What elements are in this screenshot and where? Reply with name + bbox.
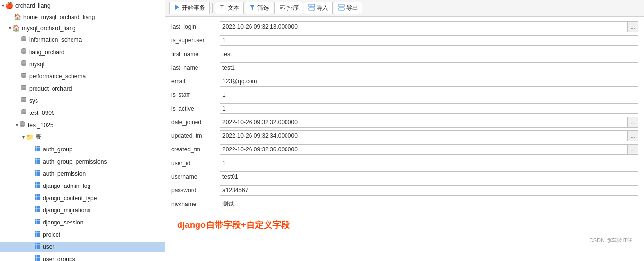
field-input-password[interactable]: [220, 185, 638, 196]
toolbar-btn-icon-filter: [249, 4, 256, 12]
svg-rect-45: [35, 231, 40, 237]
sidebar-item-test_1025[interactable]: ▾ test_1025: [0, 120, 165, 130]
field-input-is_superuser[interactable]: [220, 35, 638, 46]
field-input-first_name[interactable]: [220, 49, 638, 59]
toolbar-btn-icon-text: T: [219, 4, 226, 12]
sidebar-item-tables_group[interactable]: ▾📁表: [0, 132, 165, 142]
toolbar-btn-label-export: 导出: [346, 4, 358, 12]
field-input-created_tm[interactable]: [220, 144, 627, 155]
field-value-wrap-nickname: [220, 199, 638, 209]
svg-point-14: [21, 88, 26, 90]
tree-icon-db: [20, 36, 27, 44]
sidebar-item-django_admin_log[interactable]: django_admin_log: [0, 181, 165, 191]
sidebar-item-user[interactable]: user: [0, 242, 165, 252]
sidebar-item-auth_group[interactable]: auth_group: [0, 144, 165, 154]
table-row: created_tm...: [171, 143, 638, 156]
table-row: first_name: [171, 48, 638, 60]
field-ellipsis-btn-updated_tm[interactable]: ...: [627, 130, 638, 141]
sidebar-item-liang_orchard[interactable]: liang_orchard: [0, 47, 165, 57]
tree-icon-group: 📁: [26, 133, 34, 141]
field-input-nickname[interactable]: [220, 199, 638, 209]
toolbar-btn-filter[interactable]: 筛选: [245, 2, 273, 14]
toolbar-btn-export[interactable]: 导出: [334, 2, 362, 14]
sidebar-item-product_orchard[interactable]: product_orchard: [0, 83, 165, 93]
svg-marker-70: [284, 8, 285, 10]
svg-point-20: [21, 112, 26, 114]
toolbar-btn-label-text: 文本: [228, 4, 239, 12]
field-input-is_staff[interactable]: [220, 90, 638, 100]
tree-icon-table: [34, 157, 41, 166]
toolbar-btn-sort[interactable]: 排序: [274, 2, 303, 14]
main-panel: 开始事务T文本筛选排序≡≡导入导出 last_login...is_superu…: [165, 0, 644, 261]
sidebar-item-user_groups[interactable]: user_groups: [0, 254, 165, 261]
sidebar-item-home_mysql_orchard_liang[interactable]: 🏠home_mysql_orchard_liang: [0, 12, 165, 21]
toolbar-btn-text[interactable]: T文本: [215, 2, 244, 14]
toolbar-btn-import[interactable]: ≡≡导入: [304, 2, 333, 14]
sidebar-label-orchard_liang: orchard_liang: [15, 2, 51, 9]
svg-point-11: [21, 76, 26, 78]
field-name-password: password: [171, 187, 220, 194]
field-value-wrap-user_id: [220, 158, 638, 168]
table-row: last_login...: [171, 20, 638, 33]
field-input-email[interactable]: [220, 76, 638, 87]
expand-arrow: ▾: [22, 134, 25, 140]
sidebar-item-orchard_liang[interactable]: ▾🍎orchard_liang: [0, 1, 165, 10]
tree-icon-db: [19, 121, 26, 129]
sidebar-item-information_schema[interactable]: information_schema: [0, 35, 165, 45]
sidebar-label-home_mysql_orchard_liang: home_mysql_orchard_liang: [23, 14, 95, 20]
field-input-last_login[interactable]: [220, 21, 627, 32]
field-ellipsis-btn-created_tm[interactable]: ...: [627, 144, 638, 155]
sidebar-item-mysql[interactable]: mysql: [0, 59, 165, 69]
field-value-wrap-first_name: [220, 49, 638, 59]
field-value-wrap-is_staff: [220, 90, 638, 100]
sidebar-item-sys[interactable]: sys: [0, 95, 165, 106]
sidebar-label-tables_group: 表: [36, 133, 41, 141]
toolbar-btn-begin-transaction[interactable]: 开始事务: [169, 2, 210, 14]
sidebar-item-test_0905[interactable]: test_0905: [0, 108, 165, 118]
sidebar-item-project[interactable]: project: [0, 229, 165, 240]
field-input-is_active[interactable]: [220, 103, 638, 114]
field-name-is_staff: is_staff: [171, 92, 220, 98]
tree-icon-db: [20, 109, 27, 117]
watermark: CSDN @车陂IT仔: [171, 235, 638, 246]
svg-rect-75: [339, 8, 344, 10]
tree-icon-db: [20, 72, 27, 80]
field-name-last_name: last_name: [171, 64, 220, 71]
tree-icon-table: [34, 218, 41, 226]
sidebar-label-auth_group_permissions: auth_group_permissions: [43, 158, 107, 165]
field-name-is_superuser: is_superuser: [171, 37, 220, 44]
sidebar-label-project: project: [43, 231, 60, 238]
field-ellipsis-btn-last_login[interactable]: ...: [627, 21, 638, 32]
svg-text:≡≡: ≡≡: [310, 5, 313, 7]
field-input-updated_tm[interactable]: [220, 130, 627, 141]
field-input-last_name[interactable]: [220, 62, 638, 73]
field-value-wrap-updated_tm: ...: [220, 130, 638, 141]
svg-marker-69: [284, 5, 285, 6]
sidebar-item-django_session[interactable]: django_session: [0, 217, 165, 227]
sidebar-item-auth_permission[interactable]: auth_permission: [0, 168, 165, 179]
field-value-wrap-is_active: [220, 103, 638, 114]
svg-marker-63: [175, 5, 179, 10]
field-input-username[interactable]: [220, 171, 638, 182]
field-input-user_id[interactable]: [220, 158, 638, 168]
tree-icon-db: [20, 60, 27, 68]
sidebar-label-django_content_type: django_content_type: [43, 195, 97, 202]
sidebar-item-performance_schema[interactable]: performance_schema: [0, 71, 165, 81]
field-name-first_name: first_name: [171, 51, 220, 57]
table-row: date_joined...: [171, 116, 638, 129]
sidebar-label-django_session: django_session: [43, 219, 83, 226]
svg-rect-27: [35, 158, 40, 164]
sidebar-item-mysql_orchard_liang[interactable]: ▾🏠mysql_orchard_liang: [0, 23, 165, 33]
field-ellipsis-btn-date_joined[interactable]: ...: [627, 117, 638, 128]
field-name-user_id: user_id: [171, 160, 220, 167]
sidebar-item-django_migrations[interactable]: django_migrations: [0, 205, 165, 215]
sidebar-label-auth_permission: auth_permission: [43, 170, 86, 177]
tree: ▾🍎orchard_liang🏠home_mysql_orchard_liang…: [0, 0, 165, 261]
svg-rect-51: [35, 255, 40, 261]
expand-arrow: ▾: [9, 25, 11, 31]
field-input-date_joined[interactable]: [220, 117, 627, 128]
sidebar-item-django_content_type[interactable]: django_content_type: [0, 193, 165, 203]
sidebar-item-auth_group_permissions[interactable]: auth_group_permissions: [0, 156, 165, 167]
sidebar-label-liang_orchard: liang_orchard: [29, 49, 65, 56]
expand-arrow: ▾: [2, 3, 4, 8]
